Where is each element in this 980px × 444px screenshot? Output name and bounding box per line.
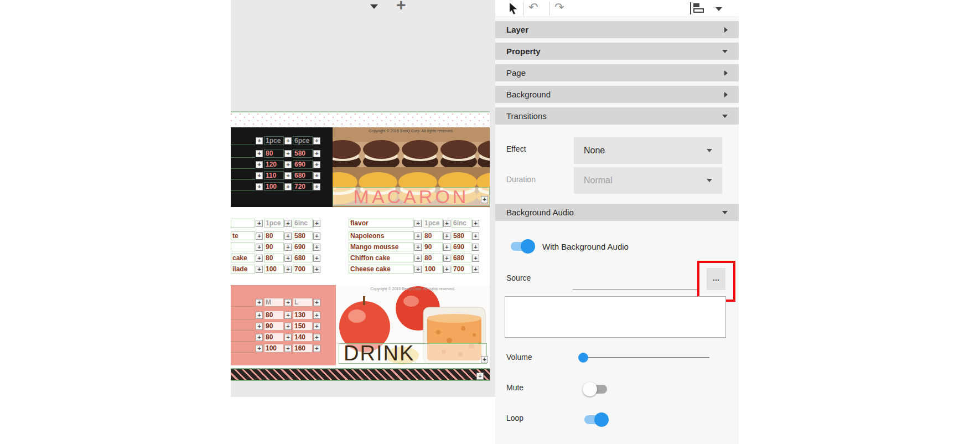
menu-field-p2[interactable]: 140: [293, 333, 313, 342]
add-item-button[interactable]: +: [284, 255, 292, 262]
menu-field-p2[interactable]: 580: [293, 149, 313, 158]
menu-field-p1[interactable]: 90: [264, 242, 284, 251]
menu-field-p2[interactable]: 690: [293, 242, 313, 251]
menu-field-name[interactable]: [231, 182, 255, 191]
add-item-button[interactable]: +: [284, 334, 292, 341]
menu-field-name[interactable]: Mango mousse: [349, 242, 414, 251]
add-item-button[interactable]: +: [414, 244, 422, 251]
menu-field-name[interactable]: [231, 298, 255, 307]
menu-field-name[interactable]: Chiffon cake: [349, 254, 414, 262]
add-item-button[interactable]: +: [284, 233, 292, 240]
menu-field-p1[interactable]: 1pce: [423, 219, 443, 228]
menu-field-p2[interactable]: 680: [293, 254, 313, 262]
add-item-button[interactable]: +: [313, 345, 320, 352]
add-item-button[interactable]: +: [256, 172, 263, 179]
add-item-button[interactable]: +: [313, 266, 320, 273]
add-item-button[interactable]: +: [313, 299, 320, 306]
menu-field-p1[interactable]: 80: [264, 311, 284, 319]
add-item-button[interactable]: +: [284, 323, 292, 330]
menu-field-p2[interactable]: 6inc: [293, 219, 313, 228]
menu-field-p1[interactable]: 100: [264, 344, 284, 353]
menu-field-p2[interactable]: 690: [293, 160, 313, 169]
add-item-button[interactable]: +: [256, 334, 263, 341]
menu-field-p2[interactable]: L: [293, 298, 313, 307]
menu-field-p1[interactable]: 80: [264, 254, 284, 262]
menu-field-p1[interactable]: 80: [264, 231, 284, 240]
add-item-button[interactable]: +: [256, 183, 263, 190]
macaron-title-field[interactable]: MACARON: [333, 187, 490, 206]
section-background[interactable]: Background: [495, 86, 739, 103]
menu-field-p1[interactable]: 80: [423, 254, 443, 262]
add-item-button[interactable]: +: [284, 266, 292, 273]
add-item-button[interactable]: +: [472, 220, 479, 227]
menu-field-name[interactable]: [231, 242, 255, 251]
menu-field-p1[interactable]: 90: [264, 322, 284, 331]
add-item-button[interactable]: +: [256, 345, 263, 352]
menu-field-p1[interactable]: 1pce: [264, 136, 284, 145]
section-page[interactable]: Page: [495, 64, 739, 81]
add-item-button[interactable]: +: [443, 233, 450, 240]
add-item-button[interactable]: +: [256, 161, 263, 168]
with-background-audio-toggle[interactable]: [509, 239, 535, 254]
page-collapse-icon[interactable]: [370, 4, 378, 9]
design-page[interactable]: +1pce+6pce++80+580++120+690++110+680++10…: [231, 111, 490, 381]
duration-dropdown[interactable]: Normal: [574, 167, 722, 194]
design-canvas[interactable]: + +1pce+6pce++80+580++120+690++110+680++…: [231, 0, 495, 397]
menu-field-p2[interactable]: 580: [293, 231, 313, 240]
menu-field-p2[interactable]: 680: [293, 171, 313, 180]
menu-field-name[interactable]: [231, 333, 255, 342]
effect-dropdown[interactable]: None: [574, 137, 722, 164]
add-item-button[interactable]: +: [313, 150, 320, 157]
menu-field-name[interactable]: [231, 344, 255, 353]
add-item-button[interactable]: +: [313, 312, 320, 319]
add-item-button[interactable]: +: [313, 137, 320, 144]
menu-field-name[interactable]: [231, 322, 255, 331]
add-item-button[interactable]: +: [414, 255, 422, 262]
add-item-button[interactable]: +: [313, 233, 320, 240]
menu-field-p1[interactable]: 90: [423, 242, 443, 251]
menu-field-p1[interactable]: 1pce: [264, 219, 284, 228]
cursor-tool-icon[interactable]: [507, 2, 520, 16]
redo-icon[interactable]: ↷: [554, 1, 564, 14]
menu-field-p2[interactable]: 680: [452, 254, 471, 262]
add-item-button[interactable]: +: [256, 299, 263, 306]
menu-field-p1[interactable]: 110: [264, 171, 284, 180]
add-element-button[interactable]: +: [481, 196, 488, 203]
menu-field-name[interactable]: te: [231, 231, 255, 240]
add-item-button[interactable]: +: [313, 161, 320, 168]
menu-field-p2[interactable]: 6inc: [452, 219, 471, 228]
add-item-button[interactable]: +: [284, 312, 292, 319]
add-item-button[interactable]: +: [284, 244, 292, 251]
menu-field-p2[interactable]: 6pce: [293, 136, 313, 145]
add-item-button[interactable]: +: [313, 323, 320, 330]
add-item-button[interactable]: +: [472, 266, 479, 273]
add-item-button[interactable]: +: [313, 255, 320, 262]
menu-field-p1[interactable]: 100: [423, 265, 443, 273]
section-property[interactable]: Property: [495, 43, 739, 60]
menu-field-name[interactable]: [231, 171, 255, 180]
add-item-button[interactable]: +: [256, 137, 263, 144]
add-item-button[interactable]: +: [284, 137, 292, 144]
add-element-button[interactable]: +: [476, 373, 484, 380]
add-item-button[interactable]: +: [284, 220, 292, 227]
add-item-button[interactable]: +: [256, 323, 263, 330]
menu-field-name[interactable]: [231, 136, 255, 145]
add-item-button[interactable]: +: [256, 312, 263, 319]
add-item-button[interactable]: +: [414, 266, 422, 273]
menu-field-p2[interactable]: 150: [293, 322, 313, 331]
chevron-down-icon[interactable]: [715, 7, 722, 11]
add-item-button[interactable]: +: [256, 150, 263, 157]
add-item-button[interactable]: +: [313, 172, 320, 179]
add-item-button[interactable]: +: [256, 220, 263, 227]
add-item-button[interactable]: +: [284, 161, 292, 168]
add-item-button[interactable]: +: [284, 172, 292, 179]
add-item-button[interactable]: +: [256, 244, 263, 251]
drink-title-field[interactable]: DRINK: [339, 343, 487, 364]
add-item-button[interactable]: +: [443, 220, 450, 227]
add-item-button[interactable]: +: [472, 233, 479, 240]
menu-field-p2[interactable]: 700: [293, 265, 313, 273]
add-item-button[interactable]: +: [472, 255, 479, 262]
loop-toggle[interactable]: [583, 412, 609, 427]
menu-field-name[interactable]: Cheese cake: [349, 265, 414, 273]
volume-slider-track[interactable]: [578, 357, 709, 358]
